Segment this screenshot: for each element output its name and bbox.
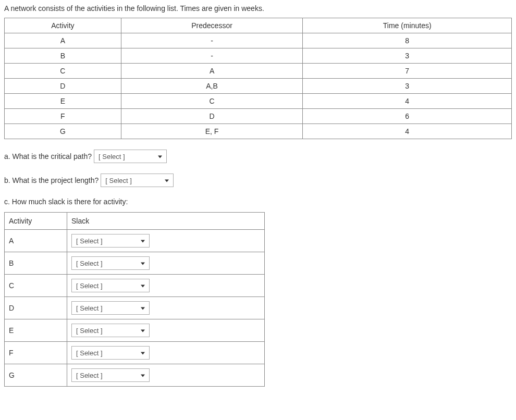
select-text: [ Select ] [76, 237, 103, 245]
slack-select-d[interactable]: [ Select ] [71, 301, 150, 315]
question-b-label: b. What is the project length? [4, 176, 99, 184]
cell-time: 4 [303, 124, 512, 139]
select-text: [ Select ] [76, 372, 103, 379]
slack-row: B [ Select ] [5, 252, 265, 275]
activity-table: Activity Predecessor Time (minutes) A - … [4, 18, 512, 139]
slack-activity: D [5, 297, 67, 319]
question-b: b. What is the project length? [ Select … [4, 174, 512, 187]
slack-select-a[interactable]: [ Select ] [71, 234, 150, 248]
question-a-label: a. What is the critical path? [4, 152, 92, 160]
slack-table: Activity Slack A [ Select ] B [ Select ]… [4, 212, 265, 387]
cell-activity: F [5, 109, 121, 124]
select-text: [ Select ] [76, 260, 103, 267]
cell-activity: D [5, 79, 121, 94]
slack-activity: G [5, 364, 67, 387]
table-row: A - 8 [5, 33, 512, 48]
question-a-select[interactable]: [ Select ] [94, 150, 167, 163]
select-text: [ Select ] [76, 282, 103, 290]
cell-predecessor: C [121, 94, 303, 109]
cell-predecessor: - [121, 48, 303, 64]
cell-time: 7 [303, 64, 512, 79]
cell-time: 3 [303, 79, 512, 94]
slack-activity: F [5, 342, 67, 364]
slack-select-b[interactable]: [ Select ] [71, 256, 150, 270]
table-row: C A 7 [5, 64, 512, 79]
cell-predecessor: D [121, 109, 303, 124]
table-row: F D 6 [5, 109, 512, 124]
slack-row: F [ Select ] [5, 342, 265, 364]
select-text: [ Select ] [105, 177, 132, 184]
slack-activity: C [5, 275, 67, 297]
slack-header-slack: Slack [67, 213, 265, 230]
question-c-label: c. How much slack is there for activity: [4, 197, 512, 206]
slack-row: C [ Select ] [5, 275, 265, 297]
slack-activity: A [5, 230, 67, 252]
slack-row: D [ Select ] [5, 297, 265, 319]
slack-select-e[interactable]: [ Select ] [71, 324, 150, 337]
select-text: [ Select ] [99, 153, 125, 160]
select-text: [ Select ] [76, 304, 103, 312]
question-b-select[interactable]: [ Select ] [101, 174, 174, 187]
cell-time: 8 [303, 33, 512, 48]
table-row: D A,B 3 [5, 79, 512, 94]
cell-activity: A [5, 33, 121, 48]
select-text: [ Select ] [76, 349, 103, 357]
slack-row: E [ Select ] [5, 319, 265, 342]
slack-activity: E [5, 319, 67, 342]
table-row: E C 4 [5, 94, 512, 109]
cell-predecessor: E, F [121, 124, 303, 139]
cell-predecessor: - [121, 33, 303, 48]
slack-select-f[interactable]: [ Select ] [71, 346, 150, 360]
header-activity: Activity [5, 18, 121, 33]
cell-activity: G [5, 124, 121, 139]
cell-time: 4 [303, 94, 512, 109]
slack-row: G [ Select ] [5, 364, 265, 387]
slack-header-activity: Activity [5, 213, 67, 230]
cell-time: 3 [303, 48, 512, 64]
slack-row: A [ Select ] [5, 230, 265, 252]
cell-activity: C [5, 64, 121, 79]
slack-select-g[interactable]: [ Select ] [71, 368, 150, 382]
table-row: G E, F 4 [5, 124, 512, 139]
cell-predecessor: A [121, 64, 303, 79]
slack-activity: B [5, 252, 67, 275]
header-predecessor: Predecessor [121, 18, 303, 33]
table-row: B - 3 [5, 48, 512, 64]
question-a: a. What is the critical path? [ Select ] [4, 150, 512, 163]
select-text: [ Select ] [76, 327, 103, 335]
cell-activity: B [5, 48, 121, 64]
cell-time: 6 [303, 109, 512, 124]
header-time: Time (minutes) [303, 18, 512, 33]
cell-predecessor: A,B [121, 79, 303, 94]
intro-text: A network consists of the activities in … [4, 4, 512, 13]
cell-activity: E [5, 94, 121, 109]
slack-select-c[interactable]: [ Select ] [71, 279, 150, 292]
